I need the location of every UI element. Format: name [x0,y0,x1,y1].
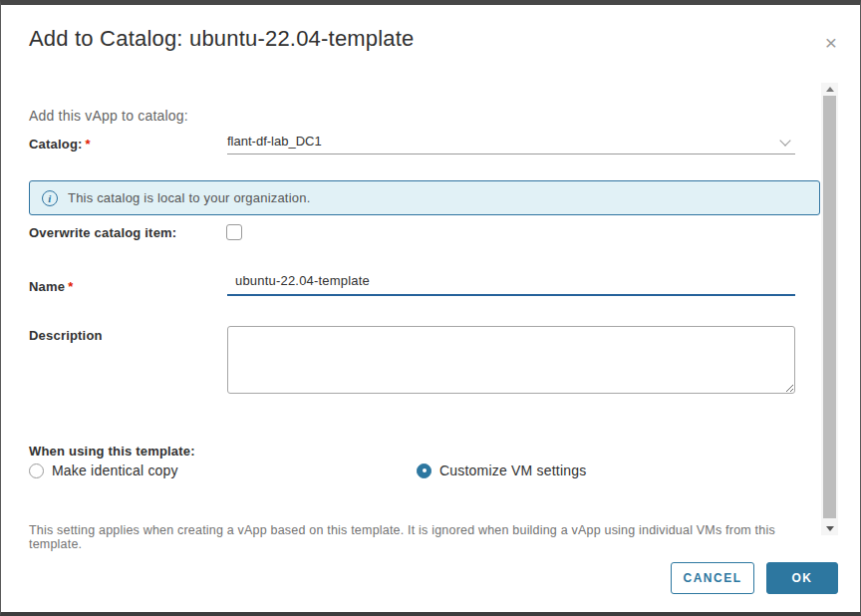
dialog-title: Add to Catalog: ubuntu-22.04-template [29,26,415,52]
radio-unselected-icon[interactable] [29,463,44,478]
radio-customize-vm-settings[interactable]: Customize VM settings [417,462,586,478]
footer-note: This setting applies when creating a vAp… [29,523,818,551]
radio-make-identical-copy[interactable]: Make identical copy [29,462,178,478]
catalog-label-text: Catalog: [29,137,83,152]
radio-selected-icon[interactable] [417,463,431,478]
radio-label: Make identical copy [52,462,178,478]
scroll-up-icon[interactable] [821,83,838,96]
name-label: Name* [29,279,73,294]
info-alert: i This catalog is local to your organiza… [29,180,820,215]
dialog-window: Add to Catalog: ubuntu-22.04-template × … [0,0,861,616]
chevron-down-icon [779,135,790,146]
catalog-label: Catalog:* [29,137,91,152]
catalog-required-marker: * [86,137,91,152]
name-required-marker: * [68,279,73,294]
template-usage-options: Make identical copy Customize VM setting… [29,462,806,482]
scrollbar-thumb[interactable] [823,96,836,518]
template-usage-label: When using this template: [29,444,195,459]
catalog-select-value: flant-df-lab_DC1 [227,134,322,149]
info-alert-text: This catalog is local to your organizati… [68,190,310,205]
name-label-text: Name [29,279,65,294]
scroll-down-icon[interactable] [821,522,838,535]
info-icon: i [42,190,58,206]
description-textarea[interactable] [227,326,795,394]
intro-text: Add this vApp to catalog: [29,108,188,124]
vertical-scrollbar[interactable] [821,83,838,535]
ok-button[interactable]: OK [766,562,838,594]
cancel-button[interactable]: CANCEL [671,562,754,594]
close-icon[interactable]: × [820,33,842,55]
description-label: Description [29,328,103,343]
overwrite-checkbox[interactable] [226,224,242,240]
radio-label: Customize VM settings [439,462,586,478]
overwrite-label: Overwrite catalog item: [29,225,176,240]
catalog-select[interactable]: flant-df-lab_DC1 [227,131,795,154]
name-input[interactable] [227,270,795,296]
